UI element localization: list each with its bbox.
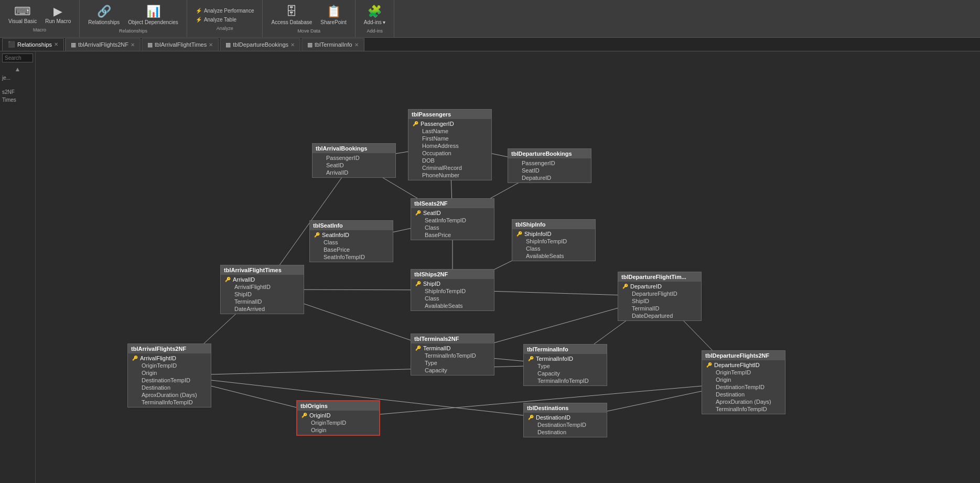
- object-dependencies-button[interactable]: 📊 Object Dependencies: [125, 4, 181, 26]
- tab-tblDepartureBookings-close[interactable]: ✕: [290, 42, 295, 48]
- table-field-tblShipInfo-Class: Class: [512, 245, 595, 252]
- table-body-tblShipInfo: 🔑ShipInfoIDShipInfoTempIDClassAvailableS…: [512, 229, 595, 261]
- table-header-tblTerminalInfo: tblTerminalInfo: [524, 345, 607, 354]
- ribbon-group-addins: 🧩 Add-ins ▾ Add-ins: [356, 0, 395, 37]
- table-field-tblPassengers-HomeAddress: HomeAddress: [408, 142, 491, 149]
- table-body-tblTerminalInfo: 🔑TerminalInfoIDTypeCapacityTerminalInfoT…: [524, 354, 607, 385]
- pk-icon: 🔑: [706, 362, 712, 368]
- tab-tblArrivalFlightTimes-close[interactable]: ✕: [209, 42, 213, 48]
- svg-line-63: [169, 365, 565, 375]
- tab-tblArrivalFlights2NF-close[interactable]: ✕: [131, 42, 135, 48]
- table-field-tblDepartureFlights2NF-DestinationTempID: DestinationTempID: [702, 383, 785, 391]
- table-tblDepartureFlights2NF[interactable]: tblDepartureFlights2NF🔑DepartureFlightID…: [702, 350, 785, 414]
- ribbon-group-move-data: 🗄 Access Database 📋 SharePoint Move Data: [263, 0, 355, 37]
- access-database-button[interactable]: 🗄 Access Database: [268, 4, 315, 26]
- table-header-tblArrivalBookings: tblArrivalBookings: [313, 144, 395, 153]
- table-field-tblArrivalFlights2NF-AproxDuration(Days): AproxDuration (Days): [128, 391, 211, 399]
- table-tblDepartureBookings[interactable]: tblDepartureBookingsPassengerIDSeatIDDep…: [508, 148, 591, 183]
- table-body-tblPassengers: 🔑PassengerIDLastNameFirstNameHomeAddress…: [408, 119, 491, 180]
- table-field-tblDepartureFlightTim-DepartureFlightID: DepartureFlightID: [618, 290, 701, 297]
- table-tblDepartureFlightTim[interactable]: tblDepartureFlightTim...🔑DepartureIDDepa…: [618, 272, 702, 321]
- pk-icon: 🔑: [415, 346, 421, 351]
- pk-icon: 🔑: [516, 231, 522, 237]
- table-field-tblShips2NF-AvailableSeats: AvailableSeats: [411, 302, 494, 309]
- table-field-tblPassengers-PhoneNumber: PhoneNumber: [408, 171, 491, 179]
- table-header-tblDestinations: tblDestinations: [524, 403, 607, 413]
- ribbon-group-analyze: ⚡ Analyze Performance ⚡ Analyze Table An…: [187, 0, 263, 37]
- analyze-performance-button[interactable]: ⚡ Analyze Performance: [192, 7, 257, 15]
- search-input[interactable]: [2, 53, 33, 62]
- table-body-tblArrivalBookings: PassengerIDSeatIDArrivalID: [313, 153, 395, 177]
- analyze-performance-icon: ⚡: [196, 8, 202, 14]
- tab-tblTerminalInfo-close[interactable]: ✕: [354, 42, 359, 48]
- relationships-button[interactable]: 🔗 Relationships: [85, 4, 123, 26]
- table-field-tblSeatInfo-BasePrice: BasePrice: [310, 246, 393, 253]
- sidebar-collapse-arrow[interactable]: ▲: [0, 65, 35, 74]
- table-field-tblDepartureFlights2NF-Origin: Origin: [702, 376, 785, 383]
- table-field-tblDepartureFlights2NF-OriginTempID: OriginTempID: [702, 369, 785, 376]
- pk-icon: 🔑: [413, 121, 418, 126]
- sidebar-search-container: [0, 51, 35, 65]
- table-field-tblSeatInfo-SeatInfoID: 🔑SeatInfoID: [310, 231, 393, 239]
- table-field-tblPassengers-FirstName: FirstName: [408, 135, 491, 142]
- table-field-tblTerminalInfo-TerminalInfoTempID: TerminalInfoTempID: [524, 377, 607, 384]
- table-field-tblArrivalBookings-PassengerID: PassengerID: [313, 154, 395, 162]
- table-tblSeats2NF[interactable]: tblSeats2NF🔑SeatIDSeatInfoTempIDClassBas…: [411, 198, 494, 240]
- tab-relationships-close[interactable]: ✕: [54, 41, 58, 47]
- table-field-tblDepartureFlightTim-TerminalID: TerminalID: [618, 305, 701, 312]
- table-field-tblDepartureFlightTim-DepartureID: 🔑DepartureID: [618, 283, 701, 290]
- analyze-group-label: Analyze: [217, 26, 233, 31]
- sidebar-item-1[interactable]: je...: [0, 74, 35, 82]
- sidebar-item-5[interactable]: s2NF: [0, 88, 35, 96]
- table-field-tblShips2NF-ShipInfoTempID: ShipInfoTempID: [411, 287, 494, 295]
- tab-tblDepartureBookings[interactable]: ▦ tblDepartureBookings ✕: [220, 38, 300, 51]
- table-field-tblTerminalInfo-Capacity: Capacity: [524, 370, 607, 377]
- sidebar-item-6[interactable]: Times: [0, 96, 35, 104]
- table-tblOrigins[interactable]: tblOrigins🔑OriginIDOriginTempIDOrigin: [296, 400, 380, 436]
- macro-group-label: Macro: [33, 27, 46, 33]
- table-body-tblOrigins: 🔑OriginIDOriginTempIDOrigin: [297, 411, 379, 435]
- table-tblTerminals2NF[interactable]: tblTerminals2NF🔑TerminalIDTerminalInfoTe…: [411, 334, 494, 375]
- table-body-tblSeatInfo: 🔑SeatInfoIDClassBasePriceSeatInfoTempID: [310, 230, 393, 262]
- table-tblSeatInfo[interactable]: tblSeatInfo🔑SeatInfoIDClassBasePriceSeat…: [309, 220, 393, 262]
- table-tblTerminalInfo[interactable]: tblTerminalInfo🔑TerminalInfoIDTypeCapaci…: [523, 344, 607, 386]
- pk-icon: 🔑: [415, 281, 421, 286]
- table-header-tblDepartureBookings: tblDepartureBookings: [508, 149, 591, 158]
- visual-basic-button[interactable]: ⌨ Visual Basic: [5, 5, 40, 25]
- table-header-tblShips2NF: tblShips2NF: [411, 270, 494, 279]
- table-field-tblTerminalInfo-TerminalInfoID: 🔑TerminalInfoID: [524, 355, 607, 362]
- table-field-tblTerminals2NF-Capacity: Capacity: [411, 367, 494, 374]
- tab-relationships[interactable]: ⬛ Relationships ✕: [2, 38, 64, 51]
- table-tblDestinations[interactable]: tblDestinations🔑DestinationIDDestination…: [523, 403, 607, 437]
- add-ins-button[interactable]: 🧩 Add-ins ▾: [361, 4, 389, 26]
- tab-tblArrivalFlightTimes-label: tblArrivalFlightTimes: [155, 41, 207, 48]
- tab-tblArrivalFlightTimes[interactable]: ▦ tblArrivalFlightTimes ✕: [142, 38, 219, 51]
- analyze-table-button[interactable]: ⚡ Analyze Table: [192, 16, 257, 24]
- table-field-tblDepartureFlights2NF-AproxDuration(Days): AproxDuration (Days): [702, 398, 785, 405]
- table-header-tblDepartureFlightTim: tblDepartureFlightTim...: [618, 272, 701, 282]
- sharepoint-button[interactable]: 📋 SharePoint: [317, 4, 349, 26]
- table-tblArrivalFlightTimes[interactable]: tblArrivalFlightTimes🔑ArrivalIDArrivalFl…: [220, 265, 304, 314]
- table-tblPassengers[interactable]: tblPassengers🔑PassengerIDLastNameFirstNa…: [408, 109, 492, 180]
- table-field-tblArrivalFlightTimes-TerminalID: TerminalID: [221, 298, 304, 305]
- pk-icon: 🔑: [528, 356, 534, 361]
- access-database-icon: 🗄: [286, 5, 297, 18]
- table-field-tblSeats2NF-SeatID: 🔑SeatID: [411, 209, 494, 217]
- table-tblArrivalFlights2NF[interactable]: tblArrivalFlights2NF🔑ArrivalFlightIDOrig…: [127, 344, 211, 407]
- sidebar: ▲ je... s2NF Times: [0, 51, 36, 483]
- table-tblArrivalBookings[interactable]: tblArrivalBookingsPassengerIDSeatIDArriv…: [312, 143, 396, 178]
- table-tblShipInfo[interactable]: tblShipInfo🔑ShipInfoIDShipInfoTempIDClas…: [512, 219, 596, 261]
- tab-tblArrivalFlights2NF[interactable]: ▦ tblArrivalFlights2NF ✕: [65, 38, 141, 51]
- run-macro-button[interactable]: ▶ Run Macro: [42, 5, 74, 25]
- table-field-tblTerminals2NF-TerminalInfoTempID: TerminalInfoTempID: [411, 352, 494, 359]
- table-tblShips2NF[interactable]: tblShips2NF🔑ShipIDShipInfoTempIDClassAva…: [411, 269, 494, 311]
- table-field-tblSeats2NF-SeatInfoTempID: SeatInfoTempID: [411, 217, 494, 224]
- sidebar-items: je... s2NF Times: [0, 74, 35, 483]
- table-field-tblDepartureBookings-PassengerID: PassengerID: [508, 159, 591, 167]
- relationships-icon: 🔗: [97, 5, 111, 18]
- table-field-tblPassengers-PassengerID: 🔑PassengerID: [408, 120, 491, 127]
- tab-tblArrivalFlights2NF-icon: ▦: [71, 41, 76, 48]
- relationships-canvas[interactable]: ∞1∞1∞1∞1∞1∞1∞1∞1∞1∞1∞1∞1∞1∞1∞1∞1∞1∞1∞1∞1…: [36, 51, 980, 483]
- tab-tblTerminalInfo[interactable]: ▦ tblTerminalInfo ✕: [301, 38, 364, 51]
- move-data-group-label: Move Data: [297, 28, 320, 34]
